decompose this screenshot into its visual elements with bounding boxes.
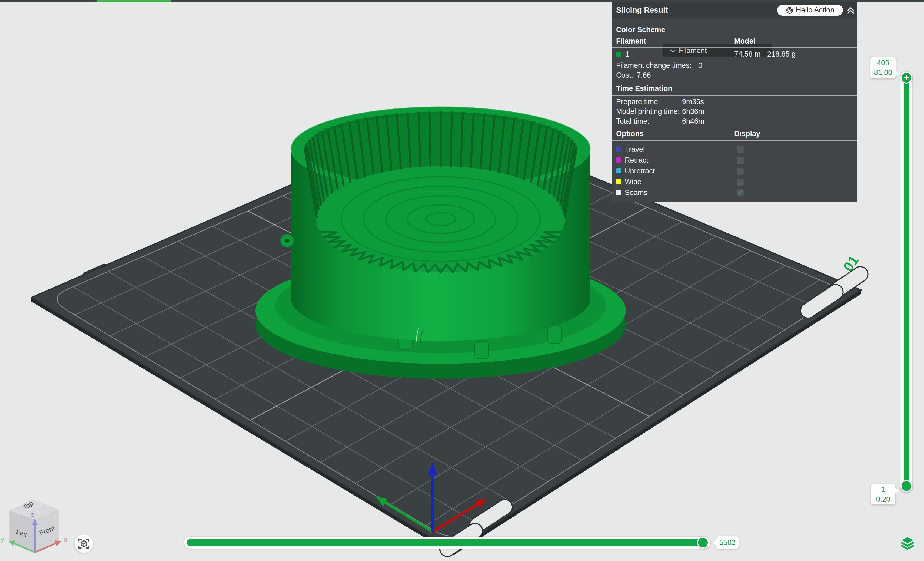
svg-text:x: x (64, 535, 68, 543)
retract-label: Retract (625, 156, 648, 164)
fit-view-button[interactable] (75, 534, 93, 553)
time-estimation-title: Time Estimation (616, 84, 672, 93)
step-slider[interactable] (184, 537, 710, 549)
prepare-time-label: Prepare time: (616, 98, 660, 106)
cost-value: 7.66 (637, 71, 651, 80)
time-row: Model printing time: 6h36m (612, 107, 858, 117)
helio-action-label: Helio Action (796, 6, 834, 14)
divider (612, 95, 858, 96)
model-printing-time-value: 6h36m (682, 107, 705, 116)
retract-color-swatch (616, 158, 621, 162)
filament-row: 1 74.58 m 218.85 g (612, 50, 858, 59)
seams-display-checkbox[interactable]: ✓ (736, 190, 744, 196)
helio-logo-icon (786, 6, 794, 14)
fit-view-cube-icon (78, 538, 90, 550)
helio-action-button[interactable]: Helio Action (777, 5, 843, 16)
panel-header: Slicing Result Helio Action (612, 2, 858, 18)
svg-text:y: y (0, 535, 4, 543)
option-row-retract: Retract (612, 156, 858, 165)
svg-text:z: z (31, 511, 34, 518)
layer-bottom-tooltip: 1 0.20 (871, 484, 896, 504)
step-tooltip: 5502 (716, 536, 738, 549)
unretract-color-swatch (616, 168, 621, 173)
option-row-wipe: Wipe (612, 178, 858, 187)
collapse-panel-icon[interactable] (846, 5, 856, 15)
layers-icon (902, 537, 913, 543)
sliced-model (255, 107, 626, 379)
layer-range-fill (904, 78, 909, 487)
total-time-value: 6h46m (682, 117, 705, 125)
divider (612, 47, 858, 48)
model-printing-time-label: Model printing time: (616, 107, 680, 116)
total-time-label: Total time: (616, 117, 650, 125)
filament-change-label: Filament change times: (616, 62, 692, 70)
color-scheme-label: Color Scheme (616, 23, 665, 36)
unretract-label: Unretract (625, 167, 655, 175)
option-row-unretract: Unretract (612, 167, 858, 176)
filament-change-value: 0 (698, 62, 702, 70)
seams-label: Seams (625, 188, 648, 197)
unretract-display-checkbox[interactable] (736, 168, 744, 175)
travel-color-swatch (616, 147, 621, 152)
cost-label: Cost: (616, 71, 633, 80)
time-row: Total time: 6h46m (612, 117, 858, 126)
orientation-cube[interactable]: Top Left Front z y x (0, 498, 114, 561)
option-row-seams: Seams ✓ (612, 188, 858, 198)
layer-slider-top-handle[interactable]: + (900, 72, 912, 84)
wipe-label: Wipe (625, 178, 642, 186)
wipe-color-swatch (616, 179, 621, 184)
step-slider-handle[interactable] (697, 537, 709, 549)
divider (612, 140, 858, 141)
layer-bottom-height: 0.20 (871, 495, 896, 504)
option-row-travel: Travel (612, 145, 858, 155)
options-title: Options (616, 129, 644, 138)
layer-top-height: 81.00 (870, 68, 896, 77)
filament-weight: 218.85 g (767, 50, 796, 59)
time-row: Prepare time: 9m36s (612, 98, 858, 107)
filament-length: 74.58 m (734, 50, 761, 59)
wipe-display-checkbox[interactable] (736, 179, 744, 185)
display-column-header: Display (734, 129, 760, 138)
layer-slider-bottom-handle[interactable] (900, 480, 912, 492)
layer-bottom-number: 1 (871, 485, 896, 495)
panel-title: Slicing Result (616, 2, 668, 18)
step-slider-fill (187, 539, 703, 546)
app-window: 01 Top Left Front z y x (0, 0, 924, 561)
filament-color-swatch (616, 52, 621, 57)
layer-top-number: 405 (870, 58, 896, 68)
model-column-header: Model (734, 37, 755, 45)
step-value: 5502 (719, 538, 736, 547)
prepare-time-value: 9m36s (682, 98, 704, 106)
layer-top-tooltip: 405 81.00 (870, 57, 896, 78)
filament-id: 1 (625, 50, 629, 59)
retract-display-checkbox[interactable] (736, 157, 744, 164)
filament-column-header: Filament (616, 37, 646, 45)
layers-view-button[interactable] (900, 535, 915, 550)
travel-display-checkbox[interactable] (736, 146, 744, 153)
layer-range-slider[interactable] (900, 72, 912, 493)
slicing-result-panel: Slicing Result Helio Action Color Scheme (612, 2, 858, 202)
seams-color-swatch (616, 190, 621, 195)
travel-label: Travel (625, 145, 645, 153)
